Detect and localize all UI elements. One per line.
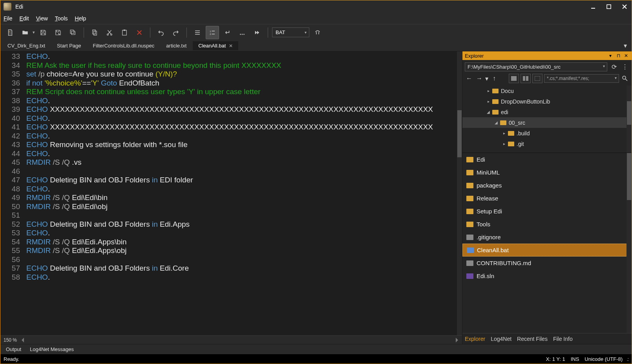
svg-line-27 [625, 79, 627, 81]
menu-help[interactable]: Help [75, 15, 86, 22]
file-item[interactable]: CONTRIBUTING.md [462, 257, 632, 269]
panel-pin[interactable]: ⊓ [615, 53, 621, 58]
view-mode-1[interactable] [509, 74, 519, 83]
svg-rect-25 [535, 76, 540, 81]
resize-grip[interactable]: .:: [627, 356, 628, 362]
undo-button[interactable] [154, 26, 168, 39]
tree-item[interactable]: ◢edi [462, 107, 632, 117]
tree-item[interactable]: ◢00_src [462, 117, 632, 128]
cut-button[interactable] [103, 26, 116, 39]
refresh-button[interactable]: ⟳ [610, 63, 618, 71]
redo-button[interactable] [169, 26, 183, 39]
language-select[interactable]: BAT [272, 27, 309, 37]
explorer-tab-recent-files[interactable]: Recent Files [517, 336, 548, 342]
editor-hscrollbar[interactable] [21, 338, 459, 342]
svg-rect-23 [523, 76, 525, 81]
open-dropdown[interactable]: ▾ [33, 30, 35, 35]
search-button[interactable] [621, 74, 629, 83]
svg-rect-22 [511, 76, 517, 81]
tab-filtercontrolslib-dll-nuspec[interactable]: FilterControlsLib.dll.nuspec [88, 41, 160, 50]
file-item[interactable]: Release [462, 192, 632, 205]
tab-close[interactable]: ✕ [229, 43, 233, 49]
editor-vscrollbar[interactable] [457, 51, 462, 335]
open-button[interactable] [18, 26, 32, 39]
file-list: EdiMiniUMLpackagesReleaseSetup EdiTools.… [462, 153, 632, 333]
svg-point-7 [111, 34, 112, 35]
menu-file[interactable]: File [4, 15, 13, 22]
tree-item[interactable]: ▸.build [462, 128, 632, 138]
endline-button[interactable] [221, 26, 234, 39]
tree-item[interactable]: ▸DropDownButtonLib [462, 96, 632, 107]
save-button[interactable] [37, 26, 50, 39]
path-input[interactable]: F:\MyFiles\CSharp\00_GitHub\edi\00_src [465, 62, 607, 71]
tree-item[interactable]: ▸.git [462, 138, 632, 149]
file-item[interactable]: .gitignore [462, 231, 632, 244]
zoom-level[interactable]: 150 % [4, 337, 17, 343]
tree-scrollbar[interactable] [627, 86, 632, 153]
file-item[interactable]: MiniUML [462, 166, 632, 179]
nav-up[interactable]: ↑ [490, 74, 499, 83]
panel-dropdown[interactable]: ▾ [607, 53, 614, 58]
path-more[interactable]: ⋮ [621, 63, 629, 71]
document-tabs: CV_Dirk_Eng.txtStart PageFilterControlsL… [0, 40, 632, 51]
svg-point-21 [243, 34, 245, 35]
code-area[interactable]: ECHO.REM Ask the user if hes really sure… [25, 51, 462, 335]
wordwrap-button[interactable] [191, 26, 204, 39]
filelist-scrollbar[interactable] [627, 153, 632, 333]
status-ready: Ready. [4, 356, 19, 362]
save-as-button[interactable] [51, 26, 65, 39]
file-item[interactable]: Edi [462, 153, 632, 166]
more-button[interactable] [236, 26, 249, 39]
view-mode-2[interactable] [521, 74, 531, 83]
app-title: Edi [15, 4, 589, 10]
statusbar: Ready. X: 1 Y: 1 INS Unicode (UTF-8) .:: [0, 354, 632, 364]
explorer-panel: Explorer ▾ ⊓ ✕ F:\MyFiles\CSharp\00_GitH… [462, 51, 632, 344]
explorer-tab-log4net[interactable]: Log4Net [491, 336, 511, 342]
close-button[interactable] [621, 3, 628, 11]
file-item[interactable]: CleanAll.bat [462, 244, 632, 257]
output-tab-output[interactable]: Output [2, 345, 25, 353]
save-all-button[interactable] [66, 26, 80, 39]
tab-cleanall-bat[interactable]: CleanAll.bat✕ [193, 41, 238, 50]
titlebar: Edi [0, 0, 632, 13]
nav-forward[interactable]: → [475, 74, 484, 83]
status-encoding: Unicode (UTF-8) [585, 356, 623, 362]
new-file-button[interactable] [4, 26, 17, 39]
svg-point-19 [240, 34, 241, 35]
delete-button[interactable] [133, 26, 146, 39]
file-item[interactable]: Edi.sln [462, 269, 632, 282]
menu-tools[interactable]: Tools [55, 15, 68, 22]
explorer-tab-file-info[interactable]: File Info [553, 336, 573, 342]
file-item[interactable]: Tools [462, 218, 632, 231]
maximize-button[interactable] [605, 3, 613, 11]
file-filter[interactable]: *.cs;*.manifest;*.res; [544, 74, 619, 83]
tab-start-page[interactable]: Start Page [51, 41, 86, 50]
menubar: FileEditViewToolsHelp [0, 13, 632, 24]
output-tab-log4net-messages[interactable]: Log4Net Messages [26, 345, 78, 353]
highlight-button[interactable] [311, 26, 324, 39]
explorer-tab-explorer[interactable]: Explorer [465, 336, 485, 342]
output-tabs: OutputLog4Net Messages [0, 344, 632, 354]
explorer-title: Explorer [465, 53, 606, 59]
editor-pane: 3334353637383940414243444546474849505152… [0, 51, 462, 344]
svg-point-26 [623, 76, 626, 79]
nav-back[interactable]: ← [465, 74, 473, 83]
copy-button[interactable] [88, 26, 101, 39]
svg-rect-1 [607, 5, 611, 9]
menu-edit[interactable]: Edit [20, 15, 29, 22]
paste-button[interactable] [118, 26, 131, 39]
forward-button[interactable] [250, 26, 264, 39]
view-mode-3[interactable] [532, 74, 542, 83]
minimize-button[interactable] [589, 3, 597, 11]
svg-text:2: 2 [210, 33, 211, 35]
tabs-overflow[interactable]: ▾ [621, 40, 630, 51]
line-numbers-button[interactable]: 12 [206, 26, 219, 39]
tab-article-txt[interactable]: article.txt [161, 41, 192, 50]
tree-item[interactable]: ▸Docu [462, 86, 632, 96]
file-item[interactable]: Setup Edi [462, 205, 632, 218]
panel-close[interactable]: ✕ [623, 53, 629, 58]
file-item[interactable]: packages [462, 179, 632, 192]
status-ins: INS [571, 356, 579, 362]
tab-cv-dirk-eng-txt[interactable]: CV_Dirk_Eng.txt [2, 41, 51, 50]
menu-view[interactable]: View [36, 15, 48, 22]
